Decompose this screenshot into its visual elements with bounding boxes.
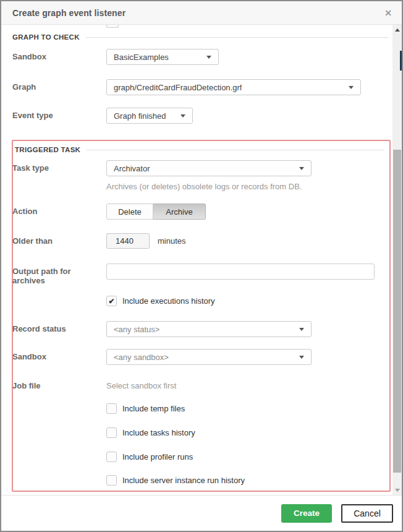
sandbox-select-value: BasicExamples (114, 53, 169, 62)
chevron-down-icon (349, 86, 354, 89)
chevron-down-icon (299, 167, 304, 170)
clipped-checkbox-fragment (106, 25, 119, 28)
task-sandbox-select[interactable]: <any sandbox> (106, 349, 312, 365)
checkbox-label: Include executions history (122, 296, 215, 306)
graph-select[interactable]: graph/CreditCardFraudDetection.grf (106, 79, 361, 95)
sandbox-label: Sandbox (12, 49, 106, 61)
chevron-down-icon (299, 328, 304, 331)
chevron-down-icon (206, 56, 211, 59)
record-status-label: Record status (12, 321, 106, 333)
create-button[interactable]: Create (281, 504, 332, 523)
field-row-output-path: Output path for archives (12, 264, 391, 285)
checkbox-label: Include server instance run history (122, 476, 245, 485)
output-path-label: Output path for archives (12, 264, 106, 285)
close-icon[interactable]: ✕ (384, 9, 392, 17)
background-page-fragment (400, 51, 402, 71)
field-row-graph: Graph graph/CreditCardFraudDetection.grf (12, 79, 391, 95)
include-executions-history-row: Include executions history (106, 296, 215, 306)
include-profiler-runs-checkbox[interactable] (106, 452, 117, 462)
record-status-select-value: <any status> (114, 325, 159, 334)
task-type-help-text: Archives (or deletes) obsolete logs or r… (106, 182, 302, 191)
field-row-older-than: Older than minutes (12, 233, 391, 249)
sandbox-select[interactable]: BasicExamples (106, 49, 219, 65)
record-status-select[interactable]: <any status> (106, 321, 312, 337)
delete-option-button[interactable]: Delete (106, 204, 153, 220)
action-toggle-group: Delete Archive (106, 204, 206, 220)
include-temp-files-checkbox[interactable] (106, 403, 117, 414)
task-type-select-value: Archivator (114, 164, 150, 173)
section-graph-to-check: GRAPH TO CHECK (12, 33, 388, 41)
vertical-scrollbar[interactable] (392, 25, 402, 495)
action-label: Action (12, 204, 106, 216)
section-title: TRIGGERED TASK (15, 146, 80, 153)
field-row-job-file: Job file Select sandbox first (12, 378, 391, 390)
graph-label: Graph (12, 79, 106, 92)
dialog-footer: Create Cancel (1, 495, 402, 531)
task-type-select[interactable]: Archivator (106, 160, 312, 176)
include-tasks-history-checkbox[interactable] (106, 427, 117, 438)
include-temp-files-row: Include temp files (106, 403, 185, 414)
field-row-sandbox: Sandbox BasicExamples (12, 49, 391, 65)
scroll-up-button[interactable] (392, 25, 402, 35)
triangle-up-icon (395, 28, 400, 32)
checkbox-label: Include tasks history (122, 428, 195, 437)
job-file-hint: Select sandbox first (106, 378, 176, 390)
include-server-instance-run-history-row: Include server instance run history (106, 475, 245, 486)
section-triggered-task: TRIGGERED TASK (15, 146, 384, 153)
dialog-title: Create graph event listener (12, 8, 125, 18)
field-row-task-sandbox: Sandbox <any sandbox> (12, 349, 391, 365)
section-divider (87, 150, 384, 150)
section-divider (86, 37, 388, 38)
graph-select-value: graph/CreditCardFraudDetection.grf (114, 83, 242, 92)
older-than-label: Older than (12, 233, 106, 246)
older-than-input[interactable] (106, 233, 150, 249)
scrollbar-thumb[interactable] (393, 150, 401, 473)
include-executions-history-checkbox[interactable] (106, 296, 117, 306)
archive-option-button[interactable]: Archive (153, 204, 206, 220)
dialog-body: GRAPH TO CHECK Sandbox BasicExamples Gra… (1, 25, 402, 495)
checkbox-label: Include temp files (122, 404, 185, 413)
checkbox-label: Include profiler runs (122, 452, 193, 461)
field-row-task-type: Task type Archivator (12, 160, 391, 176)
include-tasks-history-row: Include tasks history (106, 427, 195, 438)
output-path-input[interactable] (106, 264, 375, 280)
field-row-record-status: Record status <any status> (12, 321, 391, 337)
include-profiler-runs-row: Include profiler runs (106, 452, 193, 462)
event-type-select[interactable]: Graph finished (106, 108, 193, 124)
triggered-task-outline (12, 140, 391, 492)
event-type-label: Event type (12, 108, 106, 120)
dialog-header: Create graph event listener ✕ (1, 1, 402, 25)
field-row-event-type: Event type Graph finished (12, 108, 391, 124)
include-server-instance-run-history-checkbox[interactable] (106, 475, 117, 486)
event-type-select-value: Graph finished (114, 111, 166, 121)
triangle-down-icon (395, 489, 400, 492)
task-sandbox-select-value: <any sandbox> (114, 353, 169, 362)
job-file-label: Job file (12, 378, 106, 390)
cancel-button[interactable]: Cancel (341, 504, 393, 523)
scroll-down-button[interactable] (392, 485, 402, 495)
task-type-label: Task type (12, 160, 106, 173)
older-than-unit: minutes (150, 233, 186, 246)
create-graph-event-listener-dialog: Create graph event listener ✕ GRAPH TO C… (0, 0, 403, 532)
field-row-action: Action Delete Archive (12, 204, 391, 220)
chevron-down-icon (180, 114, 185, 118)
chevron-down-icon (299, 356, 304, 359)
section-title: GRAPH TO CHECK (12, 33, 80, 41)
task-sandbox-label: Sandbox (12, 349, 106, 361)
